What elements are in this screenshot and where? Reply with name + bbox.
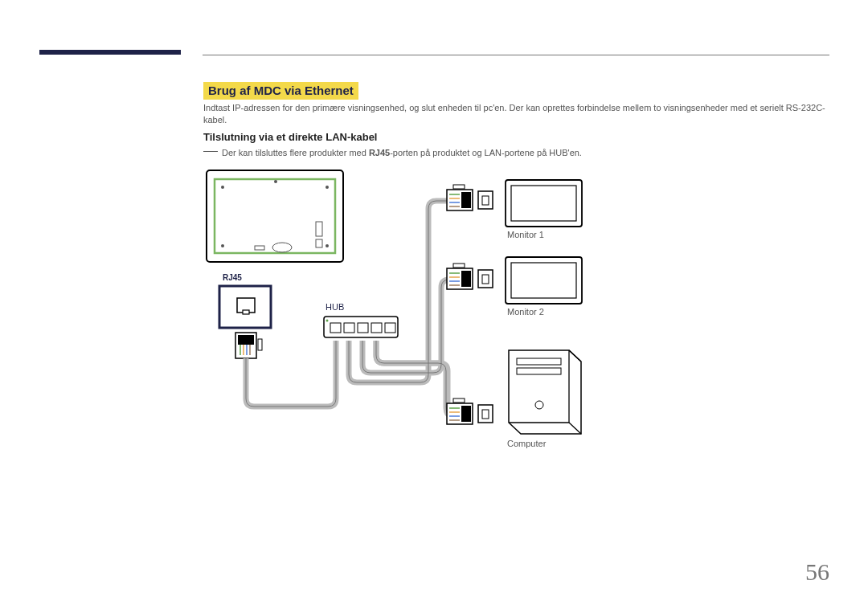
svg-rect-60 <box>517 368 561 374</box>
section-title: Brug af MDC via Ethernet <box>203 82 358 100</box>
document-page: Brug af MDC via Ethernet Indtast IP-adre… <box>0 0 868 613</box>
sub-section-title: Tilslutning via et direkte LAN-kabel <box>203 131 377 143</box>
rj45-jack-computer-icon <box>478 405 493 423</box>
note-suffix: -porten på produktet og LAN-portene på H… <box>390 148 582 157</box>
monitor1-label: Monitor 1 <box>507 230 544 239</box>
connection-diagram: RJ45 HUB Monitor 1 Monitor 2 Computer <box>203 166 613 471</box>
accent-bar <box>39 50 181 55</box>
svg-rect-22 <box>330 323 341 333</box>
intro-paragraph: Indtast IP-adressen for den primære visn… <box>203 102 830 126</box>
note-bold: RJ45 <box>369 148 390 157</box>
hub-label: HUB <box>326 302 344 312</box>
svg-point-61 <box>535 401 543 409</box>
rj45-jack-monitor1-icon <box>478 191 493 209</box>
svg-rect-26 <box>385 323 395 333</box>
source-port-box-icon <box>219 286 271 328</box>
svg-point-6 <box>274 180 277 183</box>
diagram-svg <box>203 166 613 471</box>
svg-rect-52 <box>453 398 465 403</box>
rj45-plug-monitor2-icon <box>447 264 473 289</box>
svg-rect-56 <box>511 186 576 221</box>
monitor1-icon <box>506 180 582 227</box>
svg-rect-45 <box>482 275 489 284</box>
svg-rect-43 <box>453 264 465 268</box>
computer-tower-icon <box>509 350 581 434</box>
svg-point-3 <box>326 186 329 189</box>
svg-rect-0 <box>207 170 343 262</box>
svg-rect-59 <box>517 358 561 365</box>
source-rj45-plug-icon <box>235 333 262 358</box>
display-back-panel-icon <box>207 170 343 262</box>
top-horizontal-rule <box>203 55 829 55</box>
svg-rect-54 <box>482 410 489 419</box>
svg-rect-13 <box>243 310 249 314</box>
rj45-plug-monitor1-icon <box>447 185 473 210</box>
monitor2-label: Monitor 2 <box>507 307 544 317</box>
rj45-plug-computer-icon <box>447 398 473 424</box>
svg-rect-25 <box>371 323 382 333</box>
note-line: Der kan tilsluttes flere produkter med R… <box>203 148 830 157</box>
svg-rect-23 <box>344 323 354 333</box>
svg-rect-47 <box>461 406 471 422</box>
svg-rect-20 <box>258 339 262 350</box>
svg-rect-15 <box>238 335 254 345</box>
svg-point-5 <box>326 244 329 247</box>
svg-rect-38 <box>461 271 471 287</box>
rj45-label: RJ45 <box>223 273 242 282</box>
hub-icon <box>324 317 398 337</box>
svg-rect-58 <box>511 263 576 298</box>
svg-rect-36 <box>482 196 489 205</box>
computer-label: Computer <box>507 439 546 448</box>
svg-rect-24 <box>358 323 368 333</box>
svg-point-4 <box>221 244 224 247</box>
page-number: 56 <box>805 558 829 586</box>
svg-point-2 <box>221 186 224 189</box>
rj45-jack-monitor2-icon <box>478 270 493 288</box>
svg-rect-34 <box>453 185 465 189</box>
note-prefix: Der kan tilsluttes flere produkter med <box>222 148 369 157</box>
dash-icon <box>203 151 218 152</box>
monitor2-icon <box>506 257 582 304</box>
svg-point-27 <box>326 320 329 322</box>
svg-rect-29 <box>461 192 471 208</box>
